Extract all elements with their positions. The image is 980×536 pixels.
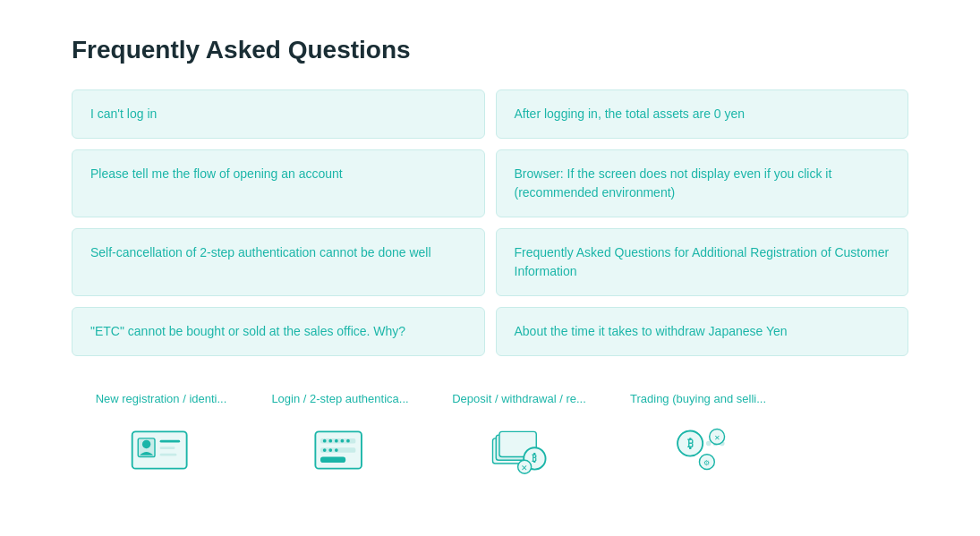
svg-point-16 [334, 448, 337, 452]
faq-item-8[interactable]: About the time it takes to withdraw Japa… [496, 307, 909, 356]
faq-item-5[interactable]: Self-cancellation of 2-step authenticati… [72, 228, 485, 296]
svg-rect-4 [159, 447, 175, 449]
category-new-registration-label: New registration / identi... [96, 392, 227, 405]
svg-point-11 [340, 439, 344, 443]
category-login[interactable]: Login / 2-step authentica... [251, 392, 430, 479]
faq-grid: I can't log in After logging in, the tot… [72, 89, 908, 356]
category-login-label: Login / 2-step authentica... [271, 392, 408, 405]
categories-section: New registration / identi... [72, 392, 908, 479]
svg-rect-3 [159, 440, 180, 443]
svg-point-27 [705, 441, 711, 447]
svg-point-14 [322, 448, 326, 452]
login-icon [304, 421, 376, 479]
faq-item-7[interactable]: "ETC" cannot be bought or sold at the sa… [72, 307, 485, 356]
deposit-icon: ₿ ✕ [483, 421, 555, 479]
id-card-icon [125, 421, 197, 479]
svg-point-15 [328, 448, 332, 452]
svg-text:⚙: ⚙ [703, 458, 710, 467]
svg-text:✕: ✕ [521, 464, 528, 472]
svg-text:₿: ₿ [686, 437, 693, 450]
faq-item-1[interactable]: I can't log in [72, 89, 485, 139]
faq-item-6[interactable]: Frequently Asked Questions for Additiona… [496, 228, 909, 296]
svg-point-9 [328, 439, 332, 443]
faq-item-2[interactable]: After logging in, the total assets are 0… [496, 89, 909, 139]
svg-rect-5 [159, 454, 176, 456]
svg-point-12 [346, 439, 350, 443]
trading-icon: ₿ ✕ ⚙ [662, 421, 734, 479]
faq-item-4[interactable]: Browser: If the screen does not display … [496, 149, 909, 217]
svg-point-2 [141, 440, 149, 448]
svg-rect-17 [320, 457, 345, 464]
category-new-registration[interactable]: New registration / identi... [72, 392, 251, 479]
category-deposit[interactable]: Deposit / withdrawal / re... ₿ ✕ [430, 392, 609, 479]
svg-text:✕: ✕ [713, 433, 720, 442]
svg-text:₿: ₿ [532, 453, 537, 464]
category-deposit-label: Deposit / withdrawal / re... [452, 392, 586, 405]
faq-item-3[interactable]: Please tell me the flow of opening an ac… [72, 149, 485, 217]
page-container: Frequently Asked Questions I can't log i… [0, 0, 980, 506]
category-trading-label: Trading (buying and selli... [630, 392, 766, 405]
svg-point-8 [322, 439, 326, 443]
category-trading[interactable]: Trading (buying and selli... ₿ ✕ ⚙ [609, 392, 788, 479]
svg-point-10 [334, 439, 337, 443]
page-title: Frequently Asked Questions [72, 36, 908, 64]
